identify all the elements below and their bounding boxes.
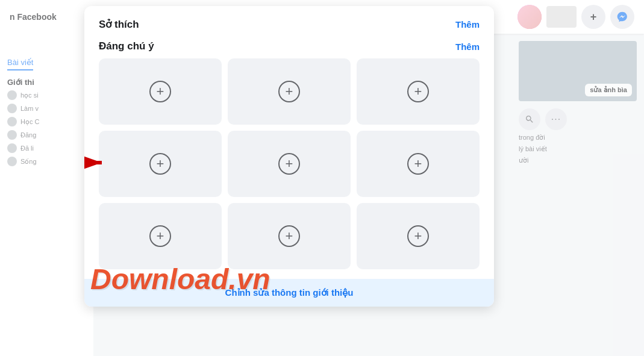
- red-arrow: [84, 148, 111, 180]
- add-photo-button-5[interactable]: +: [228, 131, 351, 197]
- plus-icon-8: +: [278, 225, 300, 247]
- panel: Sở thích Thêm Đáng chú ý Thêm: [84, 6, 494, 307]
- so-thich-add-link[interactable]: Thêm: [455, 19, 480, 30]
- plus-icon-1: +: [149, 81, 171, 102]
- plus-icon-6: +: [407, 153, 429, 175]
- photo-grid: + + + + + + +: [99, 58, 480, 269]
- add-photo-button-7[interactable]: +: [99, 203, 222, 269]
- add-photo-button-6[interactable]: +: [357, 131, 480, 197]
- so-thich-title: Sở thích: [99, 18, 139, 31]
- plus-icon-2: +: [278, 81, 300, 102]
- plus-icon-5: +: [278, 153, 300, 175]
- add-photo-button-2[interactable]: +: [228, 58, 351, 125]
- so-thich-header: Sở thích Thêm: [99, 18, 480, 31]
- dang-chu-y-title: Đáng chú ý: [99, 40, 154, 52]
- plus-icon-9: +: [407, 225, 429, 247]
- panel-footer: Chỉnh sửa thông tin giới thiệu: [84, 279, 494, 307]
- add-photo-button-8[interactable]: +: [228, 203, 351, 269]
- add-photo-button-1[interactable]: +: [99, 58, 222, 125]
- edit-info-button[interactable]: Chỉnh sửa thông tin giới thiệu: [84, 279, 494, 307]
- plus-icon-7: +: [149, 225, 171, 247]
- plus-icon-3: +: [407, 81, 429, 102]
- so-thich-section: Sở thích Thêm: [99, 18, 480, 31]
- grid-wrapper: + + + + + + +: [99, 58, 480, 269]
- add-photo-button-3[interactable]: +: [357, 58, 480, 125]
- dang-chu-y-add-link[interactable]: Thêm: [455, 42, 480, 52]
- add-photo-button-4[interactable]: +: [99, 131, 222, 197]
- dang-chu-y-section: Đáng chú ý Thêm +: [99, 40, 480, 269]
- add-photo-button-9[interactable]: +: [357, 203, 480, 269]
- dang-chu-y-header: Đáng chú ý Thêm: [99, 40, 480, 52]
- plus-icon-4: +: [149, 153, 171, 175]
